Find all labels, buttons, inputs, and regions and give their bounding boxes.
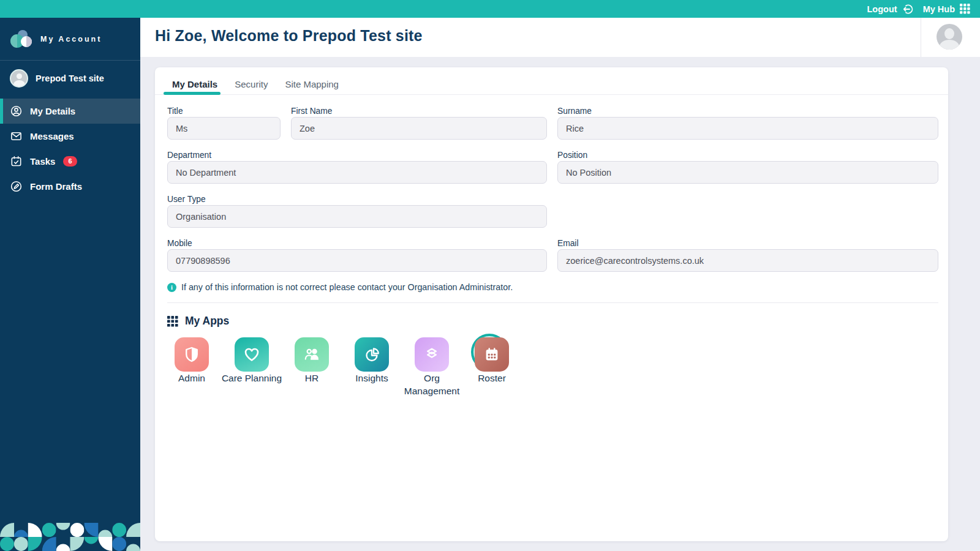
tab-security[interactable]: Security xyxy=(226,78,276,91)
user-type-label: User Type xyxy=(167,195,206,204)
sidebar-item-my-details[interactable]: My Details xyxy=(0,99,140,124)
sidebar-item-label: Messages xyxy=(30,131,74,141)
sidebar-item-label: Tasks xyxy=(30,156,55,167)
footer-pattern xyxy=(0,523,140,551)
surname-field[interactable] xyxy=(557,117,938,140)
app-label-insights[interactable]: Insights xyxy=(338,372,405,384)
shield-icon xyxy=(183,345,201,364)
app-label-admin[interactable]: Admin xyxy=(158,372,225,384)
brand: My Account xyxy=(0,18,140,61)
title-field[interactable] xyxy=(167,117,281,140)
app-roster[interactable] xyxy=(475,337,509,372)
logout-label: Logout xyxy=(867,4,897,14)
apps-grid-icon xyxy=(167,316,178,327)
app-care-planning[interactable] xyxy=(235,337,269,372)
position-field[interactable] xyxy=(557,161,938,184)
sidebar-item-form-drafts[interactable]: Form Drafts xyxy=(0,174,140,199)
first-name-field[interactable] xyxy=(291,117,547,140)
section-divider xyxy=(167,302,938,303)
people-icon xyxy=(303,345,321,364)
header-divider xyxy=(921,18,921,57)
sidebar-item-tasks[interactable]: Tasks 6 xyxy=(0,149,140,174)
first-name-label: First Name xyxy=(291,107,332,116)
app-label-org-management[interactable]: Org Management xyxy=(398,372,466,398)
app-label-roster[interactable]: Roster xyxy=(458,372,526,384)
mobile-label: Mobile xyxy=(167,239,192,248)
calendar-icon xyxy=(483,345,501,364)
grid-icon xyxy=(960,4,970,14)
my-apps-header: My Apps xyxy=(167,315,229,328)
details-card: My Details Security Site Mapping Title F… xyxy=(155,67,948,541)
brand-name: My Account xyxy=(40,35,102,43)
position-label: Position xyxy=(557,151,587,160)
my-hub-label: My Hub xyxy=(923,4,955,14)
info-icon: i xyxy=(167,283,176,292)
site-name: Prepod Test site xyxy=(36,73,104,83)
envelope-icon xyxy=(10,130,22,142)
tab-site-mapping[interactable]: Site Mapping xyxy=(276,78,347,91)
sidebar-item-label: Form Drafts xyxy=(30,181,82,192)
logout-button[interactable]: Logout xyxy=(867,3,914,15)
app-insights[interactable] xyxy=(355,337,389,372)
sidebar: My Account Prepod Test site My Details M… xyxy=(0,18,140,551)
app-label-hr[interactable]: HR xyxy=(278,372,345,384)
site-avatar xyxy=(10,69,28,88)
surname-label: Surname xyxy=(557,107,592,116)
layers-icon xyxy=(423,345,441,364)
app-org-management[interactable] xyxy=(415,337,449,372)
pencil-circle-icon xyxy=(10,181,22,192)
info-note-text: If any of this information is not correc… xyxy=(181,282,513,292)
active-tab-indicator xyxy=(164,92,221,95)
email-field[interactable] xyxy=(557,249,938,272)
my-hub-button[interactable]: My Hub xyxy=(923,4,970,14)
department-label: Department xyxy=(167,151,211,160)
tasks-count-badge: 6 xyxy=(63,156,77,167)
tab-bar: My Details Security Site Mapping xyxy=(164,78,347,91)
brand-logo-icon xyxy=(10,29,33,49)
page-title: Hi Zoe, Welcome to Prepod Test site xyxy=(155,27,423,45)
calendar-check-icon xyxy=(10,156,22,167)
sidebar-nav: My Details Messages Tasks 6 xyxy=(0,99,140,199)
info-note: i If any of this information is not corr… xyxy=(167,282,513,292)
user-type-field[interactable] xyxy=(167,205,547,228)
email-label: Email xyxy=(557,239,579,248)
pie-chart-icon xyxy=(363,345,381,364)
page-header: Hi Zoe, Welcome to Prepod Test site xyxy=(140,18,980,57)
mobile-field[interactable] xyxy=(167,249,547,272)
heart-icon xyxy=(243,345,261,364)
title-label: Title xyxy=(167,107,183,116)
user-avatar[interactable] xyxy=(937,24,962,50)
top-bar: Logout My Hub xyxy=(0,0,980,18)
app-hr[interactable] xyxy=(295,337,329,372)
site-row[interactable]: Prepod Test site xyxy=(0,61,140,94)
tab-my-details[interactable]: My Details xyxy=(164,78,226,91)
tab-divider-line xyxy=(155,94,948,95)
app-label-care-planning[interactable]: Care Planning xyxy=(218,372,285,384)
logout-icon xyxy=(902,3,914,15)
sidebar-item-label: My Details xyxy=(30,106,75,116)
sidebar-item-messages[interactable]: Messages xyxy=(0,124,140,149)
app-admin[interactable] xyxy=(175,337,209,372)
department-field[interactable] xyxy=(167,161,547,184)
my-apps-title: My Apps xyxy=(185,315,229,328)
person-circle-icon xyxy=(10,105,22,117)
